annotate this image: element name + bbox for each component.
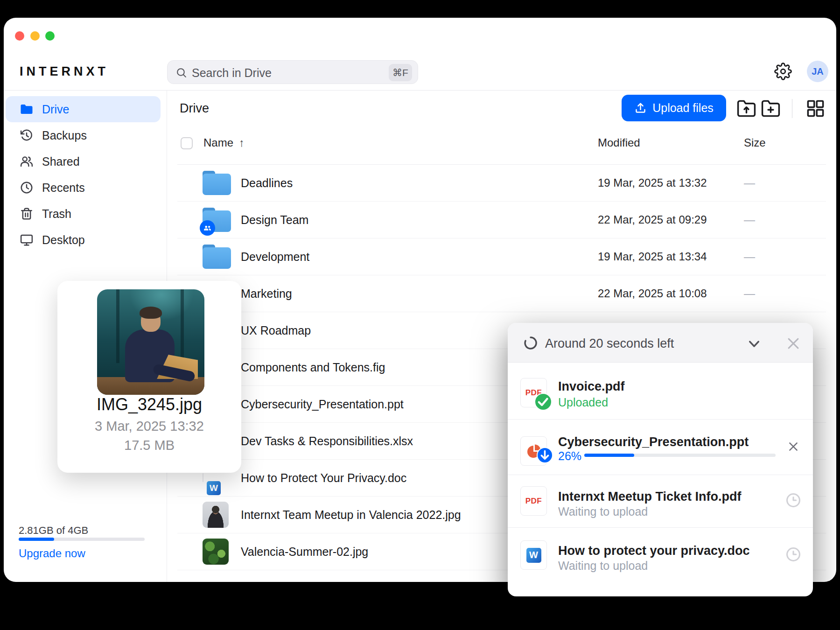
preview-scene-window-frame (181, 289, 184, 363)
file-modified-date: 19 Mar, 2025 at 13:34 (598, 250, 707, 263)
upload-item-status: Uploaded (558, 396, 608, 409)
image-thumbnail (203, 539, 229, 565)
upload-files-label: Upload files (652, 101, 714, 115)
file-name[interactable]: Deadlines (241, 176, 293, 190)
file-size: — (744, 176, 755, 189)
preview-thumbnail (97, 289, 204, 395)
folder-filled-icon (20, 102, 34, 116)
file-name[interactable]: Design Team (241, 213, 308, 227)
file-name[interactable]: Dev Tasks & Responsibilities.xlsx (241, 434, 413, 448)
upload-time-remaining: Around 20 seconds left (545, 336, 674, 351)
file-size: — (744, 250, 755, 263)
chevron-down-icon[interactable] (747, 336, 762, 350)
search-placeholder: Search in Drive (192, 66, 272, 80)
upload-item-name: How to protect your privacy.doc (558, 544, 750, 558)
waiting-clock-icon (785, 492, 801, 508)
sidebar-item-label: Recents (42, 181, 85, 195)
new-folder-button[interactable] (761, 98, 781, 119)
upgrade-now-link[interactable]: Upgrade now (19, 547, 85, 560)
gear-icon (774, 63, 792, 80)
folder-icon (203, 245, 231, 269)
folder-upload-icon (736, 98, 756, 119)
upload-item-name: Internxt Meetup Ticket Info.pdf (558, 490, 742, 504)
file-name[interactable]: Cybersecurity_Presentation.ppt (241, 398, 404, 411)
file-name[interactable]: Components and Tokens.fig (241, 361, 385, 374)
sidebar-item-label: Desktop (42, 233, 85, 247)
storage-usage-label: 2.81GB of 4GB (19, 525, 88, 537)
desktop-icon (20, 233, 34, 247)
preview-filename: IMG_3245.jpg (57, 395, 241, 414)
upload-files-button[interactable]: Upload files (622, 95, 726, 121)
word-file-icon: W (520, 540, 547, 570)
folder-plus-icon (761, 98, 781, 119)
folder-icon (203, 171, 231, 195)
table-row[interactable]: Marketing22 Mar, 2025 at 10:08— (177, 275, 826, 312)
file-name[interactable]: Development (241, 250, 309, 264)
window-zoom-button[interactable] (45, 31, 55, 41)
sidebar-item-trash[interactable]: Trash (6, 201, 161, 227)
internxt-logo: INTERNXT (20, 64, 109, 79)
grid-view-icon (805, 98, 826, 119)
sidebar-item-shared[interactable]: Shared (6, 148, 161, 175)
search-input[interactable]: Search in Drive ⌘F (167, 60, 418, 84)
grid-view-button[interactable] (805, 98, 826, 119)
sort-ascending-icon[interactable]: ↑ (239, 136, 245, 149)
sidebar-item-label: Shared (42, 155, 80, 168)
upload-item-divider (508, 419, 813, 420)
upload-panel-header: Around 20 seconds left (508, 323, 813, 363)
select-all-checkbox[interactable] (181, 137, 193, 149)
topbar-divider (4, 90, 836, 91)
table-row[interactable]: Design Team22 Mar, 2025 at 09:29— (177, 202, 826, 238)
upload-progress-fill (584, 454, 634, 457)
table-row[interactable]: Deadlines19 Mar, 2025 at 13:32— (177, 165, 826, 202)
search-icon (175, 67, 187, 78)
file-modified-date: 22 Mar, 2025 at 10:08 (598, 287, 707, 300)
preview-date: 3 Mar, 2025 13:32 (57, 419, 241, 434)
shared-folder-badge (200, 220, 215, 236)
preview-filesize: 17.5 MB (57, 438, 241, 453)
avatar[interactable]: JA (807, 61, 828, 82)
column-header-name[interactable]: Name (203, 136, 233, 149)
history-icon (20, 128, 34, 142)
app-stage: INTERNXT Search in Drive ⌘F JA DriveBack… (0, 0, 840, 630)
file-preview-card: IMG_3245.jpg 3 Mar, 2025 13:32 17.5 MB (57, 281, 241, 473)
clock-icon (20, 181, 34, 195)
sidebar-item-backups[interactable]: Backups (6, 122, 161, 148)
upload-item-divider (508, 475, 813, 475)
file-name[interactable]: Valencia-Summer-02.jpg (241, 545, 368, 559)
file-size: — (744, 213, 755, 226)
file-name[interactable]: UX Roadmap (241, 324, 311, 337)
sidebar-item-recents[interactable]: Recents (6, 175, 161, 201)
table-row[interactable]: Development19 Mar, 2025 at 13:34— (177, 238, 826, 275)
uploaded-check-badge (534, 393, 552, 411)
shared-folder-icon (203, 208, 231, 232)
window-minimize-button[interactable] (30, 31, 40, 41)
sidebar-item-drive[interactable]: Drive (6, 96, 161, 122)
sidebar-item-desktop[interactable]: Desktop (6, 227, 161, 253)
cancel-upload-icon[interactable] (787, 440, 800, 453)
storage-progress-fill (19, 538, 54, 541)
image-thumbnail (203, 502, 229, 528)
uploading-arrow-badge (537, 447, 553, 463)
upload-item-name: Cybersecurity_Presentation.ppt (558, 435, 749, 449)
window-close-button[interactable] (15, 31, 24, 41)
panel-close-icon[interactable] (785, 336, 801, 351)
settings-button[interactable] (774, 63, 792, 80)
file-name[interactable]: Internxt Team Meetup in Valencia 2022.jp… (241, 508, 461, 522)
file-name[interactable]: Marketing (241, 287, 292, 301)
file-name[interactable]: How to Protect Your Privacy.doc (241, 471, 406, 485)
sidebar-item-label: Trash (42, 207, 71, 221)
column-header-size[interactable]: Size (744, 136, 766, 149)
page-title: Drive (180, 101, 209, 116)
upload-progress-bar (584, 454, 776, 457)
file-size: — (744, 287, 755, 300)
waiting-clock-icon (785, 546, 801, 562)
upload-item-divider (508, 527, 813, 528)
upload-progress-percent: 26% (558, 449, 581, 463)
storage-progress-bar (19, 538, 145, 541)
upload-folder-button[interactable] (736, 98, 756, 119)
preview-scene-person-hair (140, 307, 162, 319)
upload-progress-panel: Around 20 seconds left PDFInvoice.pdfUpl… (508, 323, 813, 596)
upload-item-name: Invoice.pdf (558, 379, 625, 394)
column-header-modified[interactable]: Modified (598, 136, 640, 149)
